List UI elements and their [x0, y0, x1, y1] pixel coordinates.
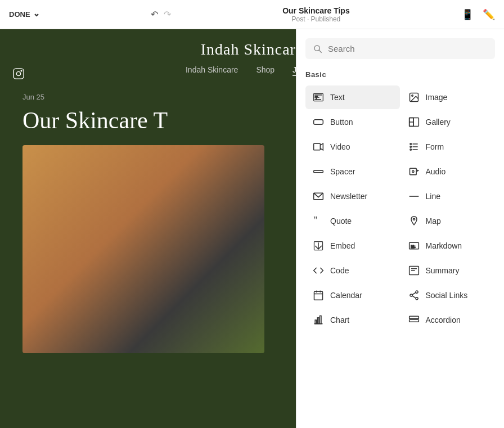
summary-label: Summary: [426, 266, 460, 275]
calendar-icon: [312, 289, 325, 301]
undo-button[interactable]: ↶: [151, 9, 158, 20]
quote-icon: ": [312, 215, 325, 227]
form-label: Form: [426, 142, 444, 151]
block-accordion[interactable]: Accordion: [401, 308, 496, 332]
block-markdown[interactable]: M↓ Markdown: [401, 234, 496, 258]
map-label: Map: [426, 217, 441, 226]
svg-point-26: [412, 170, 413, 172]
social-links-label: Social Links: [426, 291, 468, 300]
code-icon: [312, 264, 325, 277]
accordion-icon: [408, 314, 420, 326]
svg-point-43: [415, 298, 417, 300]
button-icon: [312, 116, 325, 128]
svg-rect-0: [14, 69, 24, 79]
svg-line-45: [412, 296, 416, 298]
svg-rect-25: [410, 168, 416, 175]
social-links-icon: [408, 289, 420, 301]
form-icon: [408, 141, 420, 153]
search-input[interactable]: [328, 44, 487, 53]
text-icon: T: [312, 91, 325, 103]
svg-rect-48: [317, 318, 319, 324]
spacer-label: Spacer: [330, 167, 355, 176]
block-form[interactable]: Form: [401, 135, 496, 159]
svg-rect-49: [320, 316, 322, 324]
chevron-down-icon: [34, 12, 39, 17]
svg-rect-12: [314, 120, 323, 124]
block-image[interactable]: Image: [401, 85, 496, 109]
add-blocks-panel: Basic T Text Image: [296, 29, 504, 428]
redo-button[interactable]: ↷: [164, 9, 171, 20]
svg-rect-50: [409, 316, 418, 318]
svg-point-3: [314, 46, 320, 51]
block-social-links[interactable]: Social Links: [401, 283, 496, 307]
done-label: DONE: [9, 10, 30, 19]
button-label: Button: [330, 118, 353, 127]
video-label: Video: [330, 142, 350, 151]
svg-line-4: [319, 50, 321, 52]
block-map[interactable]: Map: [401, 209, 496, 233]
done-button[interactable]: DONE: [9, 10, 39, 19]
section-basic-title: Basic: [305, 70, 495, 79]
svg-rect-51: [409, 319, 418, 322]
edit-button[interactable]: ✏️: [483, 8, 495, 21]
search-bar: [305, 38, 495, 59]
svg-point-23: [410, 149, 411, 151]
nav-item-home[interactable]: Indah Skincare: [186, 65, 238, 76]
line-label: Line: [426, 192, 440, 201]
chart-icon: [312, 314, 325, 326]
svg-point-21: [410, 143, 411, 145]
block-text[interactable]: T Text: [305, 85, 400, 109]
svg-text:M↓: M↓: [411, 245, 416, 249]
block-code[interactable]: Code: [305, 259, 400, 282]
video-icon: [312, 141, 325, 153]
page-title: Our Skincare Tips: [282, 6, 350, 15]
block-line[interactable]: Line: [401, 184, 496, 208]
block-audio[interactable]: Audio: [401, 160, 496, 183]
line-icon: [408, 190, 420, 202]
svg-text:": ": [313, 215, 317, 226]
svg-rect-17: [314, 143, 321, 150]
svg-point-41: [415, 291, 417, 293]
block-newsletter[interactable]: Newsletter: [305, 184, 400, 208]
svg-line-44: [412, 292, 416, 295]
block-calendar[interactable]: Calendar: [305, 283, 400, 307]
markdown-icon: M↓: [408, 240, 420, 252]
svg-rect-24: [314, 170, 323, 172]
svg-rect-47: [315, 320, 317, 324]
svg-point-2: [21, 70, 22, 71]
nav-item-shop[interactable]: Shop: [256, 65, 274, 76]
block-quote[interactable]: " Quote: [305, 209, 400, 233]
block-gallery[interactable]: Gallery: [401, 110, 496, 134]
mobile-preview-button[interactable]: 📱: [461, 8, 474, 21]
newsletter-label: Newsletter: [330, 192, 367, 201]
page-info: Our Skincare Tips Post · Published: [282, 6, 350, 23]
accordion-label: Accordion: [426, 316, 461, 325]
text-label: Text: [330, 93, 345, 102]
embed-icon: [312, 240, 325, 252]
svg-rect-37: [314, 291, 323, 300]
svg-point-42: [410, 294, 412, 296]
top-right-actions: 📱 ✏️: [461, 8, 495, 21]
chart-label: Chart: [330, 316, 349, 325]
block-embed[interactable]: Embed: [305, 234, 400, 258]
code-label: Code: [330, 266, 349, 275]
search-icon: [313, 44, 322, 53]
block-spacer[interactable]: Spacer: [305, 160, 400, 183]
block-summary[interactable]: Summary: [401, 259, 496, 282]
undo-redo-controls: ↶ ↷: [151, 9, 171, 20]
image-icon: [408, 91, 420, 103]
instagram-icon[interactable]: [12, 67, 25, 80]
spacer-icon: [312, 165, 325, 178]
block-button[interactable]: Button: [305, 110, 400, 134]
page-subtitle: Post · Published: [282, 15, 350, 23]
audio-label: Audio: [426, 167, 446, 176]
markdown-label: Markdown: [426, 241, 462, 250]
embed-label: Embed: [330, 241, 355, 250]
svg-text:T: T: [315, 96, 317, 100]
image-label: Image: [426, 93, 448, 102]
svg-point-1: [16, 71, 20, 75]
blocks-grid: T Text Image Button: [305, 85, 495, 332]
block-video[interactable]: Video: [305, 135, 400, 159]
block-chart[interactable]: Chart: [305, 308, 400, 332]
audio-icon: [408, 165, 420, 178]
